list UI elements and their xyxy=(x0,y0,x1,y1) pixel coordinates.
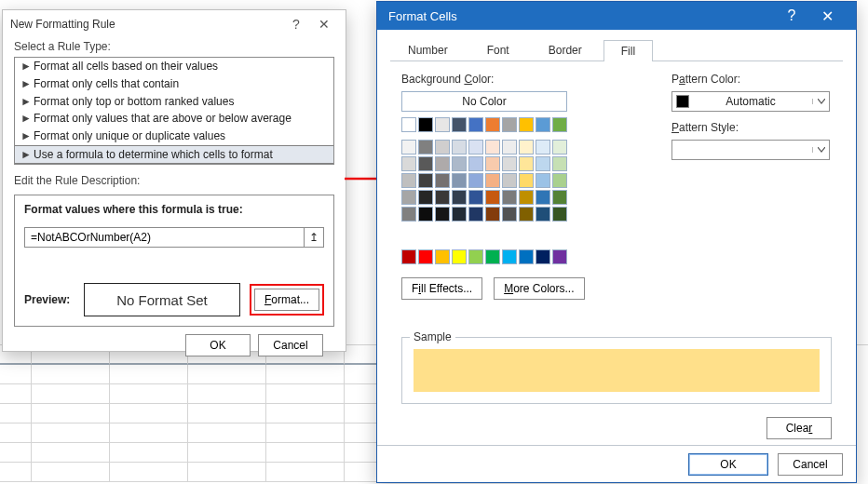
color-swatch[interactable] xyxy=(418,249,433,264)
color-swatch[interactable] xyxy=(452,156,467,171)
color-swatch[interactable] xyxy=(468,173,483,188)
rule-type-list[interactable]: ►Format all cells based on their values … xyxy=(14,57,334,165)
color-swatch[interactable] xyxy=(485,249,500,264)
pattern-style-combo[interactable] xyxy=(671,140,830,160)
color-swatch[interactable] xyxy=(401,117,416,132)
color-swatch[interactable] xyxy=(536,140,550,155)
fill-effects-button[interactable]: Fill Effects... xyxy=(401,277,482,300)
color-swatch[interactable] xyxy=(401,249,416,264)
color-swatch[interactable] xyxy=(468,117,483,132)
close-icon[interactable]: ✕ xyxy=(310,17,338,32)
color-swatch[interactable] xyxy=(435,190,450,205)
color-swatch[interactable] xyxy=(536,117,550,132)
color-swatch[interactable] xyxy=(468,156,483,171)
color-swatch[interactable] xyxy=(502,117,517,132)
rule-type-item[interactable]: ►Format only cells that contain xyxy=(15,75,333,93)
color-swatch[interactable] xyxy=(452,249,467,264)
color-swatch[interactable] xyxy=(552,156,567,171)
color-swatch[interactable] xyxy=(468,249,483,264)
clear-button[interactable]: Clear xyxy=(766,417,832,439)
tab-fill[interactable]: Fill xyxy=(604,40,653,61)
color-swatch[interactable] xyxy=(519,117,534,132)
color-swatch[interactable] xyxy=(485,207,500,222)
tab-border[interactable]: Border xyxy=(531,39,600,60)
color-swatch[interactable] xyxy=(519,140,534,155)
color-swatch[interactable] xyxy=(536,207,550,222)
color-swatch[interactable] xyxy=(485,190,500,205)
color-swatch[interactable] xyxy=(418,156,433,171)
color-swatch[interactable] xyxy=(502,140,517,155)
collapse-dialog-icon[interactable]: ↥ xyxy=(304,227,324,248)
color-swatch[interactable] xyxy=(452,173,467,188)
color-swatch[interactable] xyxy=(519,173,534,188)
color-swatch[interactable] xyxy=(519,190,534,205)
help-icon[interactable]: ? xyxy=(774,7,809,24)
color-swatch[interactable] xyxy=(502,207,517,222)
help-icon[interactable]: ? xyxy=(282,17,310,32)
color-swatch[interactable] xyxy=(401,190,416,205)
rule-type-item[interactable]: ►Format only top or bottom ranked values xyxy=(15,93,333,111)
format-button[interactable]: Format... xyxy=(254,289,319,311)
rule-type-item[interactable]: ►Format all cells based on their values xyxy=(15,58,333,75)
more-colors-button[interactable]: More Colors... xyxy=(494,277,584,300)
color-swatch[interactable] xyxy=(435,173,450,188)
color-swatch[interactable] xyxy=(435,249,450,264)
color-swatch[interactable] xyxy=(519,207,534,222)
color-swatch[interactable] xyxy=(485,117,500,132)
color-swatch[interactable] xyxy=(468,140,483,155)
color-swatch[interactable] xyxy=(418,117,433,132)
color-swatch[interactable] xyxy=(552,207,567,222)
color-swatch[interactable] xyxy=(485,173,500,188)
color-swatch[interactable] xyxy=(435,156,450,171)
tab-number[interactable]: Number xyxy=(390,39,466,60)
color-swatch[interactable] xyxy=(536,156,550,171)
color-swatch[interactable] xyxy=(468,207,483,222)
color-swatch[interactable] xyxy=(435,140,450,155)
color-swatch[interactable] xyxy=(418,173,433,188)
color-swatch[interactable] xyxy=(502,156,517,171)
color-swatch[interactable] xyxy=(401,173,416,188)
color-swatch[interactable] xyxy=(536,190,550,205)
rule-type-item[interactable]: ►Format only values that are above or be… xyxy=(15,110,333,128)
cancel-button[interactable]: Cancel xyxy=(258,334,323,356)
ok-button[interactable]: OK xyxy=(185,334,251,356)
no-color-button[interactable]: No Color xyxy=(401,91,567,112)
color-swatch[interactable] xyxy=(502,190,517,205)
ok-button[interactable]: OK xyxy=(688,453,768,476)
color-swatch[interactable] xyxy=(536,173,550,188)
color-swatch[interactable] xyxy=(552,249,567,264)
color-swatch[interactable] xyxy=(552,117,567,132)
color-swatch[interactable] xyxy=(401,140,416,155)
color-swatch[interactable] xyxy=(519,249,534,264)
color-swatch[interactable] xyxy=(536,249,550,264)
color-swatch[interactable] xyxy=(435,207,450,222)
color-swatch[interactable] xyxy=(485,140,500,155)
color-swatch[interactable] xyxy=(552,190,567,205)
tab-font[interactable]: Font xyxy=(469,39,527,60)
color-swatch[interactable] xyxy=(452,117,467,132)
color-swatch[interactable] xyxy=(418,140,433,155)
color-swatch[interactable] xyxy=(502,249,517,264)
color-swatch[interactable] xyxy=(468,190,483,205)
color-swatch[interactable] xyxy=(401,207,416,222)
rule-type-item-selected[interactable]: ►Use a formula to determine which cells … xyxy=(15,145,333,164)
color-swatch[interactable] xyxy=(435,117,450,132)
color-swatch[interactable] xyxy=(418,190,433,205)
chevron-down-icon xyxy=(812,147,829,153)
color-swatch[interactable] xyxy=(452,190,467,205)
rule-type-item[interactable]: ►Format only unique or duplicate values xyxy=(15,128,333,145)
close-icon[interactable]: ✕ xyxy=(809,7,845,25)
color-swatch[interactable] xyxy=(552,173,567,188)
color-swatch[interactable] xyxy=(502,173,517,188)
pattern-color-combo[interactable]: Automatic xyxy=(671,91,830,112)
color-swatch[interactable] xyxy=(519,156,534,171)
cancel-button[interactable]: Cancel xyxy=(778,453,843,476)
color-swatch[interactable] xyxy=(452,140,467,155)
formula-input[interactable] xyxy=(24,227,305,248)
color-swatch[interactable] xyxy=(452,207,467,222)
color-swatch[interactable] xyxy=(485,156,500,171)
color-swatch[interactable] xyxy=(552,140,567,155)
color-swatch[interactable] xyxy=(401,156,416,171)
standard-color-row xyxy=(401,249,634,264)
color-swatch[interactable] xyxy=(418,207,433,222)
